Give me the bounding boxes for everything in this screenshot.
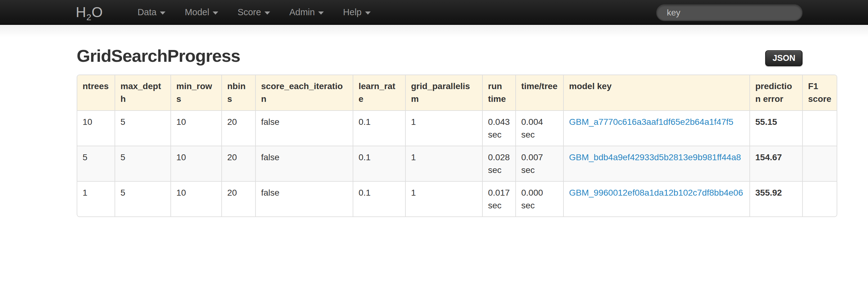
logo-h: H <box>76 4 86 20</box>
main-content: JSON GridSearchProgress ntrees max_depth… <box>0 37 868 217</box>
cell-score-each-iteration: false <box>255 146 353 181</box>
table-header-row: ntrees max_depth min_rows nbins score_ea… <box>77 75 837 110</box>
cell-model-key: GBM_bdb4a9ef42933d5b2813e9b981ff44a8 <box>563 146 749 181</box>
menu-data-label: Data <box>137 7 156 18</box>
cell-grid-parallelism: 1 <box>405 181 482 216</box>
cell-time-per-tree: 0.004 sec <box>515 110 563 146</box>
col-header-grid-parallelism: grid_parallelism <box>405 75 482 110</box>
menu-admin[interactable]: Admin <box>280 0 333 25</box>
col-header-prediction-error: prediction error <box>749 75 802 110</box>
json-button[interactable]: JSON <box>765 50 803 66</box>
menu-score-label: Score <box>238 7 261 18</box>
cell-prediction-error: 154.67 <box>749 146 802 181</box>
cell-ntrees: 1 <box>77 181 115 216</box>
cell-model-key: GBM_a7770c616a3aaf1df65e2b64a1f47f5 <box>563 110 749 146</box>
col-header-model-key: model key <box>563 75 749 110</box>
menu-data[interactable]: Data <box>128 0 175 25</box>
key-search-input[interactable] <box>656 4 803 21</box>
cell-ntrees: 5 <box>77 146 115 181</box>
chevron-down-icon <box>365 11 371 14</box>
col-header-min-rows: min_rows <box>170 75 221 110</box>
h2o-logo[interactable]: H2O <box>76 4 103 21</box>
menu-score[interactable]: Score <box>228 0 280 25</box>
menu-help-label: Help <box>343 7 362 18</box>
cell-grid-parallelism: 1 <box>405 110 482 146</box>
page-title: GridSearchProgress <box>77 37 836 66</box>
model-key-link[interactable]: GBM_a7770c616a3aaf1df65e2b64a1f47f5 <box>569 117 733 127</box>
logo-o: O <box>92 4 103 20</box>
cell-score-each-iteration: false <box>255 110 353 146</box>
col-header-run-time: run time <box>482 75 515 110</box>
grid-search-progress-table: ntrees max_depth min_rows nbins score_ea… <box>77 75 837 217</box>
chevron-down-icon <box>265 11 270 14</box>
table-row: 10 5 10 20 false 0.1 1 0.043 sec 0.004 s… <box>77 110 837 146</box>
cell-run-time: 0.043 sec <box>482 110 515 146</box>
menu-model-label: Model <box>185 7 209 18</box>
cell-max-depth: 5 <box>115 146 170 181</box>
cell-time-per-tree: 0.000 sec <box>515 181 563 216</box>
logo-sub2: 2 <box>86 12 92 22</box>
menu-help[interactable]: Help <box>333 0 380 25</box>
cell-ntrees: 10 <box>77 110 115 146</box>
col-header-nbins: nbins <box>221 75 255 110</box>
table-row: 5 5 10 20 false 0.1 1 0.028 sec 0.007 se… <box>77 146 837 181</box>
cell-nbins: 20 <box>221 146 255 181</box>
cell-prediction-error: 355.92 <box>749 181 802 216</box>
chevron-down-icon <box>213 11 218 14</box>
model-key-link[interactable]: GBM_9960012ef08a1da12b102c7df8bb4e06 <box>569 188 743 198</box>
cell-f1-score <box>802 181 837 216</box>
cell-min-rows: 10 <box>170 146 221 181</box>
cell-time-per-tree: 0.007 sec <box>515 146 563 181</box>
col-header-learn-rate: learn_rate <box>353 75 405 110</box>
chevron-down-icon <box>318 11 324 14</box>
cell-nbins: 20 <box>221 181 255 216</box>
cell-f1-score <box>802 110 837 146</box>
cell-score-each-iteration: false <box>255 181 353 216</box>
col-header-time-per-tree: time/tree <box>515 75 563 110</box>
cell-max-depth: 5 <box>115 110 170 146</box>
navbar-shadow-fade <box>0 25 868 37</box>
nav-menu: Data Model Score Admin Help <box>128 0 380 25</box>
cell-run-time: 0.028 sec <box>482 146 515 181</box>
cell-f1-score <box>802 146 837 181</box>
model-key-link[interactable]: GBM_bdb4a9ef42933d5b2813e9b981ff44a8 <box>569 152 741 162</box>
cell-grid-parallelism: 1 <box>405 146 482 181</box>
col-header-max-depth: max_depth <box>115 75 170 110</box>
cell-learn-rate: 0.1 <box>353 110 405 146</box>
cell-nbins: 20 <box>221 110 255 146</box>
chevron-down-icon <box>160 11 165 14</box>
col-header-f1-score: F1 score <box>802 75 837 110</box>
menu-admin-label: Admin <box>289 7 315 18</box>
cell-prediction-error: 55.15 <box>749 110 802 146</box>
cell-min-rows: 10 <box>170 181 221 216</box>
cell-learn-rate: 0.1 <box>353 181 405 216</box>
col-header-ntrees: ntrees <box>77 75 115 110</box>
cell-learn-rate: 0.1 <box>353 146 405 181</box>
table-row: 1 5 10 20 false 0.1 1 0.017 sec 0.000 se… <box>77 181 837 216</box>
cell-run-time: 0.017 sec <box>482 181 515 216</box>
col-header-score-each-iteration: score_each_iteration <box>255 75 353 110</box>
cell-max-depth: 5 <box>115 181 170 216</box>
top-navbar: H2O Data Model Score Admin Help <box>0 0 868 25</box>
cell-min-rows: 10 <box>170 110 221 146</box>
menu-model[interactable]: Model <box>175 0 228 25</box>
cell-model-key: GBM_9960012ef08a1da12b102c7df8bb4e06 <box>563 181 749 216</box>
